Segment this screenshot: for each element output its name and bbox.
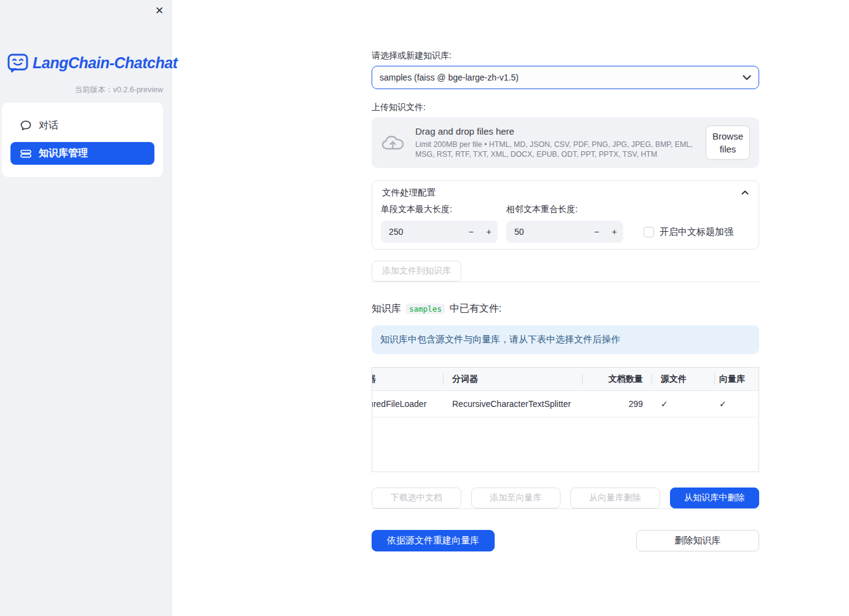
app-title: LangChain-Chatchat xyxy=(33,54,177,72)
app-logo: LangChain-Chatchat xyxy=(7,53,165,73)
uploader-label: 上传知识文件: xyxy=(372,102,759,113)
close-icon[interactable]: ✕ xyxy=(152,4,167,18)
version-label: 当前版本： xyxy=(74,85,113,94)
table-header-row[interactable]: 文档加载器 分词器 文档数量 源文件 向量库 xyxy=(372,368,759,391)
column-separator xyxy=(714,374,715,385)
kb-selectbox-value: samples (faiss @ bge-large-zh-v1.5) xyxy=(380,73,743,82)
add-files-to-kb-button[interactable]: 添加文件到知识库 xyxy=(372,261,461,282)
kb-heading-suffix: 中已有文件: xyxy=(450,302,501,315)
table-header-source-file[interactable]: 源文件 xyxy=(652,374,714,385)
kb-heading-prefix: 知识库 xyxy=(372,302,401,315)
kb-files-table[interactable]: 文档加载器 分词器 文档数量 源文件 向量库 UnstructuredFileL… xyxy=(372,367,759,472)
kb-name-code: samples xyxy=(406,304,445,314)
kb-select-label: 请选择或新建知识库: xyxy=(372,50,759,61)
delete-from-vector-store-button[interactable]: 从向量库删除 xyxy=(570,488,660,508)
expander-title: 文件处理配置 xyxy=(382,187,436,199)
sidebar-item-kb-management[interactable]: 知识库管理 xyxy=(10,142,154,165)
sidebar-menu: 对话 知识库管理 xyxy=(2,103,163,177)
dropzone-limit-text: Limit 200MB per file • HTML, MD, JSON, C… xyxy=(415,140,696,159)
sidebar-item-label: 知识库管理 xyxy=(39,147,88,160)
file-dropzone[interactable]: Drag and drop files here Limit 200MB per… xyxy=(372,117,759,168)
rebuild-vector-store-button[interactable]: 依据源文件重建向量库 xyxy=(372,530,495,551)
file-config-expander: 文件处理配置 单段文本最大长度: 250 − + 相邻文本重合长度: 50 − … xyxy=(372,180,759,250)
dropzone-instructions: Drag and drop files here Limit 200MB per… xyxy=(415,126,696,159)
file-action-buttons: 下载选中文档 添加至向量库 从向量库删除 从知识库中删除 xyxy=(372,488,759,508)
column-separator xyxy=(582,374,583,385)
delete-kb-button[interactable]: 删除知识库 xyxy=(636,530,759,551)
minus-icon[interactable]: − xyxy=(462,221,480,243)
cell-vector-store-check: ✓ xyxy=(714,399,759,409)
table-header-vector-store[interactable]: 向量库 xyxy=(714,374,759,385)
zh-title-enhance-checkbox-row: 开启中文标题加强 xyxy=(644,221,733,243)
table-row[interactable]: UnstructuredFileLoader RecursiveCharacte… xyxy=(372,391,759,417)
cell-splitter: RecursiveCharacterTextSplitter xyxy=(443,399,582,409)
main-content: 请选择或新建知识库: samples (faiss @ bge-large-zh… xyxy=(372,50,759,551)
download-selected-button[interactable]: 下载选中文档 xyxy=(372,488,461,508)
cell-doc-count: 299 xyxy=(582,399,652,409)
kb-selectbox[interactable]: samples (faiss @ bge-large-zh-v1.5) xyxy=(372,66,759,89)
chevron-down-icon xyxy=(743,75,751,81)
chevron-up-icon xyxy=(741,190,749,195)
cell-loader: UnstructuredFileLoader xyxy=(372,399,443,409)
sidebar-item-dialogue[interactable]: 对话 xyxy=(10,113,154,138)
column-separator xyxy=(652,374,652,385)
table-header-splitter[interactable]: 分词器 xyxy=(443,374,582,385)
column-separator xyxy=(443,374,444,385)
cloud-upload-icon xyxy=(381,133,405,152)
divider xyxy=(372,508,759,509)
table-header-loader[interactable]: 文档加载器 xyxy=(372,374,443,385)
version-info: 当前版本：v0.2.6-preview xyxy=(74,85,163,95)
sidebar-item-label: 对话 xyxy=(39,119,58,132)
overlap-value[interactable]: 50 xyxy=(514,227,588,237)
expander-header[interactable]: 文件处理配置 xyxy=(372,181,759,204)
expander-body: 单段文本最大长度: 250 − + 相邻文本重合长度: 50 − + 开启中文标… xyxy=(372,204,759,243)
chunk-size-field: 单段文本最大长度: 250 − + xyxy=(381,204,498,243)
version-value: v0.2.6-preview xyxy=(113,85,163,94)
chunk-size-label: 单段文本最大长度: xyxy=(381,204,498,215)
chunk-size-value[interactable]: 250 xyxy=(389,227,462,237)
info-banner-text: 知识库中包含源文件与向量库，请从下表中选择文件后操作 xyxy=(380,334,620,346)
delete-from-kb-button[interactable]: 从知识库中删除 xyxy=(670,488,760,508)
cell-source-file-check: ✓ xyxy=(652,399,714,409)
sidebar: ✕ LangChain-Chatchat 当前版本：v0.2.6-preview… xyxy=(0,0,172,616)
table-header-doc-count[interactable]: 文档数量 xyxy=(582,374,652,385)
plus-icon[interactable]: + xyxy=(605,221,623,243)
checkbox-label: 开启中文标题加强 xyxy=(660,226,733,238)
kb-level-buttons: 依据源文件重建向量库 删除知识库 xyxy=(372,530,759,551)
chat-bubble-icon xyxy=(20,119,32,132)
plus-icon[interactable]: + xyxy=(480,221,498,243)
overlap-label: 相邻文本重合长度: xyxy=(506,204,623,215)
chunk-size-input[interactable]: 250 − + xyxy=(381,221,498,243)
info-banner: 知识库中包含源文件与向量库，请从下表中选择文件后操作 xyxy=(372,325,759,354)
overlap-input[interactable]: 50 − + xyxy=(506,221,623,243)
checkbox[interactable] xyxy=(644,227,654,237)
kb-files-heading: 知识库 samples 中已有文件: xyxy=(372,302,759,315)
add-to-vector-store-button[interactable]: 添加至向量库 xyxy=(471,488,561,508)
divider xyxy=(372,282,759,282)
minus-icon[interactable]: − xyxy=(588,221,605,243)
overlap-field: 相邻文本重合长度: 50 − + xyxy=(506,204,623,243)
chat-smiley-logo-icon xyxy=(7,53,28,73)
browse-files-button[interactable]: Browse files xyxy=(706,125,750,160)
dropzone-title: Drag and drop files here xyxy=(415,126,696,136)
kb-list-icon xyxy=(20,148,32,160)
